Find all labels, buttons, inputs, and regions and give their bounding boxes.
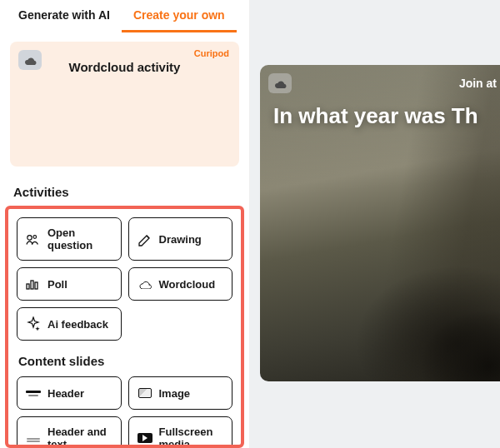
tile-label: Open question <box>48 226 112 251</box>
svg-rect-3 <box>31 281 33 289</box>
cloud-icon <box>268 73 292 93</box>
tile-ai-feedback[interactable]: Ai feedback <box>17 307 122 341</box>
tile-label: Drawing <box>159 233 202 246</box>
wordcloud-activity-card[interactable]: Curipod Wordcloud activity <box>10 42 239 167</box>
tile-label: Ai feedback <box>48 318 108 331</box>
activities-heading: Activities <box>0 180 249 204</box>
tile-wordcloud[interactable]: Wordcloud <box>128 267 233 301</box>
svg-rect-2 <box>27 284 29 289</box>
svg-point-1 <box>33 236 37 239</box>
tile-image[interactable]: Image <box>128 376 233 410</box>
content-slides-heading: Content slides <box>15 349 234 373</box>
slide-question-text: In what year was Th <box>273 103 500 129</box>
tile-label: Fullscreen media <box>159 426 224 448</box>
tile-open-question[interactable]: Open question <box>17 217 122 261</box>
header-text-icon <box>26 432 41 444</box>
image-icon <box>138 387 152 399</box>
tile-label: Header <box>48 387 84 400</box>
tab-create-own[interactable]: Create your own <box>122 3 237 32</box>
slide-topbar: Join at <box>268 73 500 93</box>
slide-preview[interactable]: Join at In what year was Th <box>260 65 500 381</box>
highlighted-options-region: Open question Drawing Poll Wordcloud <box>5 206 244 448</box>
wordcloud-card-title: Wordcloud activity <box>22 60 228 74</box>
tile-header-and-text[interactable]: Header and text <box>17 416 122 448</box>
left-panel: Generate with AI Create your own Curipod… <box>0 0 250 448</box>
cloud-icon <box>18 50 42 70</box>
header-icon <box>26 387 41 399</box>
right-panel: Join at In what year was Th <box>250 0 500 448</box>
tabs: Generate with AI Create your own <box>0 3 249 33</box>
tile-drawing[interactable]: Drawing <box>128 217 233 261</box>
svg-rect-4 <box>35 282 38 289</box>
sparkle-icon <box>26 318 41 330</box>
tile-label: Header and text <box>48 426 112 448</box>
join-label: Join at <box>459 77 500 90</box>
tile-fullscreen-media[interactable]: Fullscreen media <box>128 416 233 448</box>
tile-header[interactable]: Header <box>17 376 122 410</box>
cloud-icon <box>138 278 152 290</box>
tab-generate-ai[interactable]: Generate with AI <box>7 3 122 32</box>
brand-label: Curipod <box>194 48 229 58</box>
pencil-icon <box>138 233 152 245</box>
tile-poll[interactable]: Poll <box>17 267 122 301</box>
svg-point-0 <box>28 236 32 240</box>
tile-label: Poll <box>48 278 68 291</box>
tile-label: Image <box>159 387 191 400</box>
open-question-icon <box>26 233 41 245</box>
activities-grid: Open question Drawing Poll Wordcloud <box>15 214 234 349</box>
content-slides-grid: Header Image Header and text Fullscreen … <box>15 373 234 448</box>
poll-icon <box>26 278 41 290</box>
tile-label: Wordcloud <box>159 278 216 291</box>
play-icon <box>138 432 152 444</box>
